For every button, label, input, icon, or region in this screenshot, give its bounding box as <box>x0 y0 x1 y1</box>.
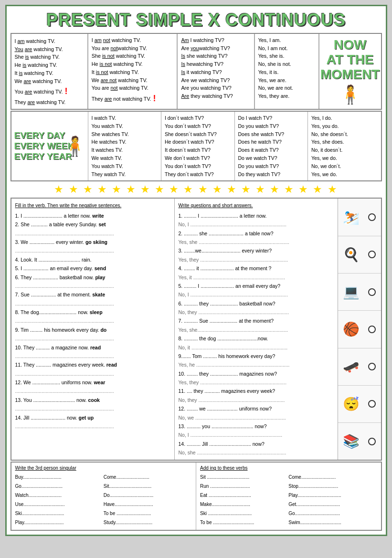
ex2-l9: 9....... Tom .......... his homework eve… <box>179 352 334 360</box>
third-person-grid: Buy............................. Come...… <box>15 473 192 527</box>
ai-come: Come.......................... <box>288 473 377 482</box>
ed-neg1: I don´t watch TV? <box>165 114 231 122</box>
ex2-l12: 12. ........ we ...................... u… <box>179 404 334 413</box>
aff-line7: You are watching TV. <box>15 88 63 96</box>
present-continuous-section: I am watching TV. You are watching TV. S… <box>11 33 382 110</box>
ex1-l2: 2. She ............ a table every Sunday… <box>15 220 170 229</box>
stars-row: ★ ★ ★ ★ ★ ★ ★ ★ ★ ★ ★ ★ ★ ★ ★ ★ ★ ★ ★ ★ <box>11 183 382 196</box>
ed-neg5: It doesn´t watch TV? <box>165 146 231 154</box>
ai-eat: Eat ................................ <box>200 491 288 500</box>
q-line7: Are you watching TV? <box>181 84 250 92</box>
ex1-l12b: ........................................… <box>15 387 170 395</box>
ex1-l10: 10. They .......... a magazine now. read <box>15 343 170 352</box>
third-person-box: Write the 3rd person singular Buy.......… <box>11 463 197 530</box>
ed-neg8: They don´t watch TV? <box>165 170 231 179</box>
ed-aff1: I watch TV. <box>92 114 158 122</box>
q-line3: Is she watching TV? <box>181 52 250 60</box>
ex1-l11b: ........................................… <box>15 369 170 378</box>
neg-line4: He is not watching TV. <box>92 60 174 68</box>
ex2-l8: 8. .......... the dog ..................… <box>179 334 334 343</box>
everyday-label-area: 🧍 EVERY DAY EVERY WEEK EVERY YEAR <box>11 112 88 180</box>
ex1-title: Fill in the verb. Then write the negativ… <box>15 201 170 210</box>
ex2-l6: 6. .......... they .................... … <box>179 299 334 308</box>
neg-line7: You are not watching TV. <box>92 84 174 92</box>
tp-do: Do................................. <box>104 491 192 500</box>
tp-study: Study............................ <box>104 518 192 527</box>
add-ing-title: Add ing to these verbs <box>200 465 377 471</box>
ex2-l3: 3. ........we...........................… <box>179 246 334 255</box>
ex1-l6: 6. They .................. basketball no… <box>15 273 170 282</box>
img-circle-1 <box>368 213 376 221</box>
ex2-l5: 5. ......... I ........................ … <box>179 282 334 290</box>
exclamation1: ! <box>65 85 68 98</box>
aff-line8: They are watching TV. <box>15 98 84 106</box>
ex2-l14b: No, she ................................… <box>179 448 334 457</box>
img-circle-7 <box>368 438 376 445</box>
img-slot-1: ⛷️ <box>338 199 381 236</box>
sa-line4: No, she is not. <box>258 60 315 68</box>
figure-left: 🧍 <box>63 135 87 158</box>
ex1-l13b: ........................................… <box>15 404 170 413</box>
ed-answers-box: Yes, I do. Yes, you do. No, she doesn´t.… <box>307 112 381 180</box>
ed-sa8: Yes, we do. <box>311 170 378 179</box>
ex2-l5b: No, I ..................................… <box>179 290 334 299</box>
img-cooking-icon: 🍳 <box>343 247 360 263</box>
sa-line7: No, we are not. <box>258 84 315 92</box>
ex1-l8: 8. The dog........................... no… <box>15 308 170 316</box>
ex2-title: Write questions and short answers. <box>179 201 334 210</box>
neg-line8-row: They are not watching TV. ! <box>92 92 174 105</box>
img-sleep-icon: 😴 <box>343 396 360 412</box>
sa-line3: Yes, she is. <box>258 52 315 60</box>
ed-q4: Does he watch TV? <box>238 138 305 146</box>
ex1-l6b: ........................................… <box>15 282 170 290</box>
ed-aff4: He watches TV. <box>92 138 158 146</box>
ai-go: Go.................................. <box>288 509 377 518</box>
ai-tobe: To be ............................... <box>200 518 288 527</box>
aff-line6: We are watching TV. <box>15 77 84 85</box>
sa-line1: Yes, I am. <box>258 36 315 44</box>
present-simple-section: 🧍 EVERY DAY EVERY WEEK EVERY YEAR I watc… <box>11 111 382 181</box>
tp-ski: Ski................................ <box>15 509 104 518</box>
img-slot-7: 📚 <box>338 423 381 460</box>
img-uniform-icon: 📚 <box>343 433 360 449</box>
neg-line6: We are not watching TV. <box>92 76 174 84</box>
img-circle-2 <box>368 251 376 258</box>
img-circle-4 <box>368 326 376 333</box>
ed-neg2: You don´t watch TV? <box>165 122 231 130</box>
ex2-l13b: No, I ..................................… <box>179 431 334 439</box>
ed-q1: Do I watch TV? <box>238 114 305 122</box>
exclamation2: ! <box>153 92 156 105</box>
ai-make: Make............................. <box>200 500 288 509</box>
ex1-l14b: ........................................… <box>15 422 170 431</box>
ai-get: Get................................. <box>288 500 377 509</box>
tp-come: Come......................... <box>104 473 192 482</box>
ed-affirmative-box: I watch TV. You watch TV. She watches TV… <box>88 112 161 180</box>
ed-negative-box: I don´t watch TV? You don´t watch TV? Sh… <box>161 112 234 180</box>
img-circle-5 <box>368 363 376 370</box>
sa-line2: No, I am not. <box>258 44 315 53</box>
now-box: NOWAT THEMOMENT 🧍 <box>319 34 381 109</box>
ex2-l7b: Yes, she................................… <box>179 326 334 334</box>
ex1-l3: 3. We .................. every winter. g… <box>15 238 170 246</box>
aff-line1: I am watching TV. <box>15 37 84 45</box>
ed-sa4: Yes, she does. <box>311 138 378 146</box>
ed-q3: Does she watch TV? <box>238 130 305 138</box>
sa-line6: Yes, we are. <box>258 76 315 84</box>
ex1-l9: 9. Tim ......... his homework every day.… <box>15 326 170 334</box>
ex2-l11: 11. .... they ........... magazines ever… <box>179 387 334 395</box>
ai-ski: Ski ................................. <box>200 509 288 518</box>
images-column: ⛷️ 🍳 💻 🏀 🛹 😴 <box>338 199 381 460</box>
ex2-l9b: Yes, he ................................… <box>179 360 334 369</box>
main-page: PRESENT SIMPLE x CONTINUOUS I am watchin… <box>5 5 387 536</box>
img-basketball-icon: 🏀 <box>343 321 360 337</box>
ex2-l10: 10. ........ they .................... m… <box>179 369 334 378</box>
ex2-l2b: Yes, she ...............................… <box>179 238 334 246</box>
affirmative-box: I am watching TV. You are watching TV. S… <box>11 34 88 109</box>
q-line8: Are they watching TV? <box>181 92 250 100</box>
third-person-title: Write the 3rd person singular <box>15 465 192 471</box>
tp-watch: Watch......................... <box>15 491 104 500</box>
ed-sa2: Yes, you do. <box>311 122 378 130</box>
q-line6: Are we watching TV? <box>181 76 250 84</box>
add-ing-grid: Sit ................................ Com… <box>200 473 377 527</box>
ed-aff6: We watch TV. <box>92 154 158 162</box>
